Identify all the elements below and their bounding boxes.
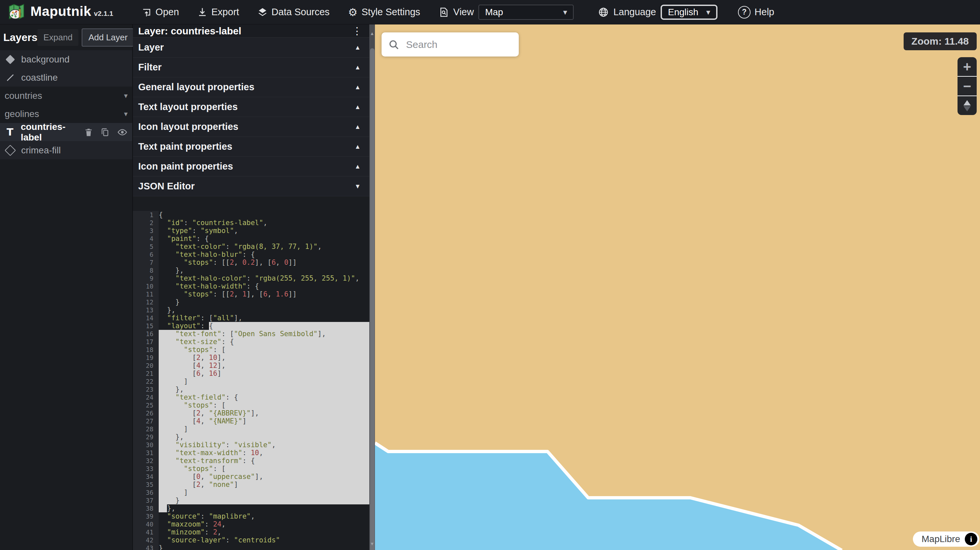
editor-line[interactable]: 29 }, xyxy=(133,433,369,441)
editor-line[interactable]: 4 "paint": { xyxy=(133,235,369,243)
layer-item-countries-label[interactable]: Tcountries-label xyxy=(0,123,132,141)
search-icon xyxy=(388,39,399,50)
editor-line[interactable]: 20 [4, 12], xyxy=(133,362,369,370)
layer-item-background[interactable]: background xyxy=(0,50,132,68)
editor-line[interactable]: 38 }, xyxy=(133,504,369,512)
editor-line[interactable]: 28 ] xyxy=(133,425,369,433)
layer-item-crimea-fill[interactable]: crimea-fill xyxy=(0,141,132,159)
scroll-up-arrow-icon[interactable]: ▲ xyxy=(369,29,375,38)
layer-item-coastline[interactable]: coastline xyxy=(0,68,132,87)
editor-line[interactable]: 35 [2, "none"] xyxy=(133,481,369,488)
editor-line[interactable]: 27 [4, "{NAME}"] xyxy=(133,417,369,425)
editor-line[interactable]: 14 "filter": ["all"], xyxy=(133,314,369,322)
caret-up-icon: ▲ xyxy=(355,163,361,170)
chevron-down-icon: ▾ xyxy=(124,110,127,118)
export-icon xyxy=(197,7,207,17)
editor-line[interactable]: 31 "text-max-width": 10, xyxy=(133,449,369,457)
map-view[interactable]: Zoom: 11.48 + − MapLibre i xyxy=(375,24,980,550)
zoom-out-button[interactable]: − xyxy=(958,76,977,95)
pitch-toggle-button[interactable] xyxy=(958,95,977,115)
editor-line[interactable]: 1{ xyxy=(133,211,369,219)
section-icon-layout-properties[interactable]: Icon layout properties▲ xyxy=(133,117,369,137)
editor-line[interactable]: 3 "type": "symbol", xyxy=(133,227,369,235)
panel-scrollbar[interactable]: ▲ ▼ xyxy=(369,24,375,550)
editor-line[interactable]: 41 "minzoom": 2, xyxy=(133,528,369,536)
export-button[interactable]: Export xyxy=(197,6,239,17)
language-select-value: English xyxy=(668,7,698,17)
caret-up-icon: ▲ xyxy=(355,84,361,91)
expand-button[interactable]: Expand xyxy=(37,29,78,46)
section-json-editor[interactable]: JSON Editor▼ xyxy=(133,176,369,196)
section-layer[interactable]: Layer▲ xyxy=(133,38,369,57)
open-button[interactable]: Open xyxy=(142,6,179,17)
delete-icon[interactable] xyxy=(84,127,93,137)
layer-group-geolines[interactable]: geolines▾ xyxy=(0,105,132,123)
editor-line[interactable]: 42 "source-layer": "centroids" xyxy=(133,536,369,544)
help-button[interactable]: ? Help xyxy=(738,6,774,19)
language-control: Language English ▾ xyxy=(598,5,718,20)
layer-group-countries[interactable]: countries▾ xyxy=(0,87,132,105)
style-settings-button[interactable]: ⚙Style Settings xyxy=(348,6,420,17)
editor-line[interactable]: 18 "stops": [ xyxy=(133,346,369,354)
more-options-icon[interactable]: ⋮ xyxy=(350,27,365,35)
data-sources-icon xyxy=(258,7,267,17)
editor-line[interactable]: 23 }, xyxy=(133,385,369,393)
zoom-in-button[interactable]: + xyxy=(958,57,977,76)
editor-line[interactable]: 30 "visibility": "visible", xyxy=(133,441,369,449)
editor-line[interactable]: 7 "stops": [[2, 0.2], [6, 0]] xyxy=(133,259,369,266)
editor-line[interactable]: 16 "text-font": ["Open Sans Semibold"], xyxy=(133,330,369,338)
data-sources-button[interactable]: Data Sources xyxy=(258,6,329,17)
section-general-layout-properties[interactable]: General layout properties▲ xyxy=(133,77,369,97)
editor-line[interactable]: 8 }, xyxy=(133,266,369,274)
duplicate-icon[interactable] xyxy=(100,127,110,137)
map-canvas xyxy=(375,24,980,550)
editor-line[interactable]: 43} xyxy=(133,544,369,550)
section-filter[interactable]: Filter▲ xyxy=(133,57,369,77)
scrollbar-thumb[interactable] xyxy=(370,48,375,550)
editor-line[interactable]: 24 "text-field": { xyxy=(133,393,369,401)
section-icon-paint-properties[interactable]: Icon paint properties▲ xyxy=(133,157,369,176)
editor-line[interactable]: 2 "id": "countries-label", xyxy=(133,219,369,227)
layer-list: backgroundcoastlinecountries▾geolines▾Tc… xyxy=(0,50,132,159)
editor-line[interactable]: 21 [6, 16] xyxy=(133,370,369,377)
add-layer-button[interactable]: Add Layer xyxy=(82,29,134,47)
chevron-down-icon: ▾ xyxy=(563,8,567,17)
editor-line[interactable]: 10 "text-halo-width": { xyxy=(133,282,369,290)
view-label: View xyxy=(453,6,474,17)
editor-line[interactable]: 26 [2, "{ABBREV}"], xyxy=(133,409,369,417)
editor-line[interactable]: 19 [2, 10], xyxy=(133,354,369,362)
json-editor[interactable]: 1{2 "id": "countries-label",3 "type": "s… xyxy=(133,196,369,550)
search-input[interactable] xyxy=(406,39,534,51)
editor-line[interactable]: 15 "layout": { xyxy=(133,322,369,330)
editor-line[interactable]: 11 "stops": [[2, 1], [6, 1.6]] xyxy=(133,290,369,298)
editor-line[interactable]: 33 "stops": [ xyxy=(133,465,369,473)
app-logo[interactable]: Maputnik v2.1.1 xyxy=(7,4,113,21)
chevron-down-icon: ▾ xyxy=(124,92,127,100)
info-icon[interactable]: i xyxy=(965,533,977,545)
editor-line[interactable]: 17 "text-size": { xyxy=(133,338,369,346)
map-search-box xyxy=(382,32,519,57)
editor-line[interactable]: 6 "text-halo-blur": { xyxy=(133,251,369,259)
view-select-value: Map xyxy=(485,7,503,17)
editor-line[interactable]: 22 ] xyxy=(133,377,369,385)
section-text-layout-properties[interactable]: Text layout properties▲ xyxy=(133,97,369,117)
editor-line[interactable]: 12 } xyxy=(133,298,369,306)
editor-line[interactable]: 34 [0, "uppercase"], xyxy=(133,473,369,481)
main-area: Layers Expand Add Layer backgroundcoastl… xyxy=(0,24,980,550)
scroll-down-arrow-icon[interactable]: ▼ xyxy=(369,539,375,548)
maputnik-app: Maputnik v2.1.1 OpenExportData Sources⚙S… xyxy=(0,0,980,550)
editor-line[interactable]: 39 "source": "maplibre", xyxy=(133,512,369,520)
editor-line[interactable]: 25 "stops": [ xyxy=(133,401,369,409)
editor-line[interactable]: 37 } xyxy=(133,496,369,504)
view-select[interactable]: Map ▾ xyxy=(479,5,574,20)
editor-line[interactable]: 36 ] xyxy=(133,488,369,496)
layers-title: Layers xyxy=(3,32,37,44)
editor-line[interactable]: 32 "text-transform": { xyxy=(133,457,369,465)
editor-line[interactable]: 40 "maxzoom": 24, xyxy=(133,520,369,528)
editor-line[interactable]: 9 "text-halo-color": "rgba(255, 255, 255… xyxy=(133,274,369,282)
editor-line[interactable]: 5 "text-color": "rgba(8, 37, 77, 1)", xyxy=(133,243,369,251)
editor-line[interactable]: 13 }, xyxy=(133,306,369,314)
visibility-icon[interactable] xyxy=(117,127,127,137)
language-select[interactable]: English ▾ xyxy=(660,5,718,20)
section-text-paint-properties[interactable]: Text paint properties▲ xyxy=(133,137,369,157)
